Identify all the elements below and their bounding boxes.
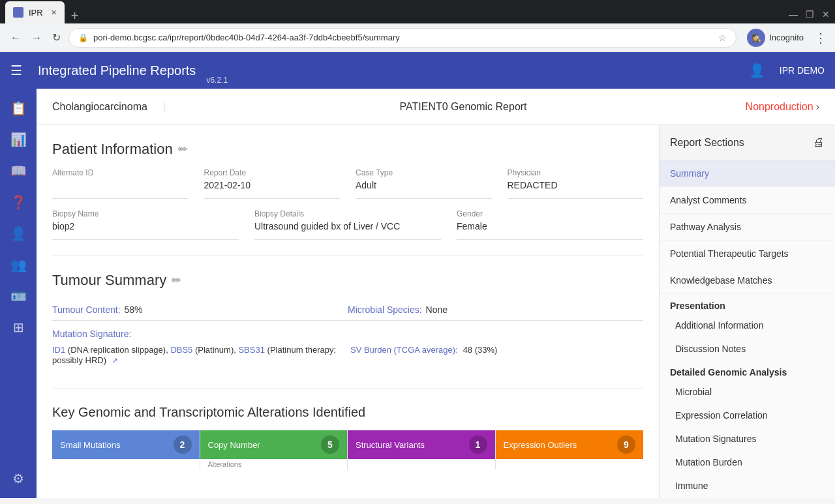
card-small-mutations-header: Small Mutations 2	[52, 430, 200, 459]
sidebar-icon-grid[interactable]: ⊞	[0, 313, 37, 342]
sv-burden-field: SV Burden (TCGA average): 48 (33%)	[350, 344, 643, 365]
mutation-sig-text: ID1 (DNA replication slippage), DBS5 (Pl…	[52, 344, 345, 365]
sidebar-icon-book[interactable]: 📖	[0, 156, 37, 185]
dbs5-desc: (Platinum),	[195, 345, 238, 355]
field-alternate-id: Alternate ID	[52, 168, 189, 199]
app-version: v6.2.1	[206, 76, 228, 85]
dbs5-link[interactable]: DBS5	[170, 345, 192, 355]
lock-icon: 🔒	[78, 33, 88, 42]
sidebar-icon-chart[interactable]: 📊	[0, 125, 37, 154]
sidebar-icon-clipboard[interactable]: 📋	[0, 94, 37, 123]
sbs31-link[interactable]: SBS31	[238, 345, 264, 355]
tumour-content-value: 58%	[125, 304, 143, 315]
user-name: IPR DEMO	[780, 65, 825, 76]
address-text: pori-demo.bcgsc.ca/ipr/report/0bdec40b-0…	[93, 33, 713, 42]
print-icon[interactable]: 🖨	[813, 136, 825, 149]
microbial-value: None	[426, 304, 448, 315]
gender-value: Female	[457, 221, 643, 234]
card-small-mutations: Small Mutations 2	[52, 430, 200, 469]
sidebar-icon-group[interactable]: 👥	[0, 250, 37, 279]
key-genomic-title: Key Genomic and Transcriptomic Alteratio…	[52, 405, 643, 420]
physician-label: Physician	[508, 168, 644, 177]
physician-value: REDACTED	[508, 180, 644, 193]
nav-item-knowledgebase-matches[interactable]: Knowledgebase Matches	[660, 267, 835, 294]
field-report-date: Report Date 2021-02-10	[204, 168, 341, 199]
external-link-icon[interactable]: ↗	[112, 356, 118, 365]
sidebar-icon-user[interactable]: 👤	[0, 219, 37, 248]
card-copy-number: Copy Number 5 Alterations	[200, 430, 348, 469]
gender-label: Gender	[457, 209, 643, 218]
refresh-button[interactable]: ↻	[50, 29, 63, 46]
card-structural-variants-badge: 1	[469, 436, 487, 454]
tumour-summary-title: Tumour Summary	[52, 272, 166, 289]
section-divider-1	[52, 256, 643, 256]
nav-item-microbial[interactable]: Microbial	[660, 380, 835, 404]
bookmark-icon[interactable]: ☆	[718, 33, 727, 43]
sidebar-icon-help[interactable]: ❓	[0, 188, 37, 216]
panel-title: Report Sections	[670, 137, 744, 149]
card-expression-outliers-header: Expression Outliers 9	[496, 430, 644, 459]
card-copy-number-badge: 5	[321, 436, 339, 454]
biopsy-name-label: Biopsy Name	[52, 209, 239, 218]
report-date-label: Report Date	[204, 168, 341, 177]
hamburger-menu-icon[interactable]: ☰	[10, 63, 22, 78]
nav-item-pathway-analysis[interactable]: Pathway Analysis	[660, 214, 835, 241]
tumour-summary-edit-icon[interactable]: ✏	[172, 273, 181, 288]
sidebar-icon-profile[interactable]: 🪪	[0, 282, 37, 310]
card-copy-number-label: Copy Number	[208, 440, 260, 450]
maximize-btn[interactable]: ❐	[806, 9, 814, 20]
biopsy-name-value: biop2	[52, 221, 239, 234]
extensions-area: 🕵 Incognito	[747, 29, 804, 47]
tab-close-btn[interactable]: ✕	[51, 8, 57, 17]
address-bar[interactable]: 🔒 pori-demo.bcgsc.ca/ipr/report/0bdec40b…	[68, 28, 736, 48]
disease-label: Cholangiocarcinoma	[52, 101, 147, 113]
active-tab[interactable]: IPR ✕	[5, 1, 65, 23]
new-tab-btn[interactable]: +	[66, 8, 84, 23]
main-content: Patient Information ✏ Alternate ID Repor…	[37, 125, 659, 498]
nav-item-therapeutic-targets[interactable]: Potential Therapeutic Targets	[660, 241, 835, 267]
nav-section-somatic: Somatic	[660, 497, 835, 498]
mutation-sig-label: Mutation Signature:	[52, 329, 131, 339]
browser-menu-btn[interactable]: ⋮	[814, 30, 827, 46]
forward-button[interactable]: →	[29, 29, 44, 46]
sv-burden-value: 48 (33%)	[463, 345, 498, 355]
mutation-sig-content-row: ID1 (DNA replication slippage), DBS5 (Pl…	[52, 344, 643, 365]
id1-desc: (DNA replication slippage),	[68, 345, 171, 355]
nav-item-summary[interactable]: Summary	[660, 160, 835, 187]
incognito-text: Incognito	[769, 33, 804, 42]
nav-item-expression-correlation[interactable]: Expression Correlation	[660, 404, 835, 427]
card-expression-outliers-label: Expression Outliers	[504, 440, 577, 450]
alternate-id-label: Alternate ID	[52, 168, 189, 177]
nav-item-analyst-comments[interactable]: Analyst Comments	[660, 187, 835, 214]
sv-burden-label: SV Burden (TCGA average):	[350, 345, 458, 355]
alternate-id-value	[52, 180, 189, 193]
nav-item-discussion-notes[interactable]: Discussion Notes	[660, 337, 835, 361]
card-structural-variants-label: Structural Variants	[356, 440, 425, 450]
mutation-signature-section: Mutation Signature: ID1 (DNA replication…	[52, 321, 643, 373]
field-biopsy-name: Biopsy Name biop2	[52, 209, 239, 240]
card-structural-variants-header: Structural Variants 1	[348, 430, 495, 459]
panel-header: Report Sections 🖨	[660, 125, 835, 160]
window-close-btn[interactable]: ✕	[822, 9, 830, 20]
section-divider-2	[52, 389, 643, 389]
card-copy-number-sublabel: Alterations	[200, 459, 348, 469]
sidebar-icon-settings[interactable]: ⚙	[0, 464, 37, 493]
nav-item-immune[interactable]: Immune	[660, 474, 835, 497]
tumour-content-field: Tumour Content: 58%	[52, 304, 348, 315]
microbial-species-field: Microbial Species: None	[348, 304, 643, 315]
field-gender: Gender Female	[457, 209, 643, 240]
back-button[interactable]: ←	[8, 29, 23, 46]
nonproduction-badge[interactable]: Nonproduction ›	[746, 101, 819, 113]
minimize-btn[interactable]: —	[789, 9, 798, 20]
id1-link[interactable]: ID1	[52, 345, 65, 355]
nav-item-mutation-burden[interactable]: Mutation Burden	[660, 451, 835, 474]
right-panel: Report Sections 🖨 Summary Analyst Commen…	[659, 125, 835, 498]
incognito-icon[interactable]: 🕵	[747, 29, 765, 47]
nav-item-mutation-signatures[interactable]: Mutation Signatures	[660, 427, 835, 451]
patient-info-grid2: Biopsy Name biop2 Biopsy Details Ultraso…	[52, 209, 643, 240]
patient-info-edit-icon[interactable]: ✏	[178, 142, 188, 156]
case-type-label: Case Type	[356, 168, 492, 177]
nav-item-additional-info[interactable]: Additional Information	[660, 314, 835, 337]
case-type-value: Adult	[356, 180, 492, 193]
mutation-sig-value: ID1 (DNA replication slippage), DBS5 (Pl…	[52, 345, 336, 365]
